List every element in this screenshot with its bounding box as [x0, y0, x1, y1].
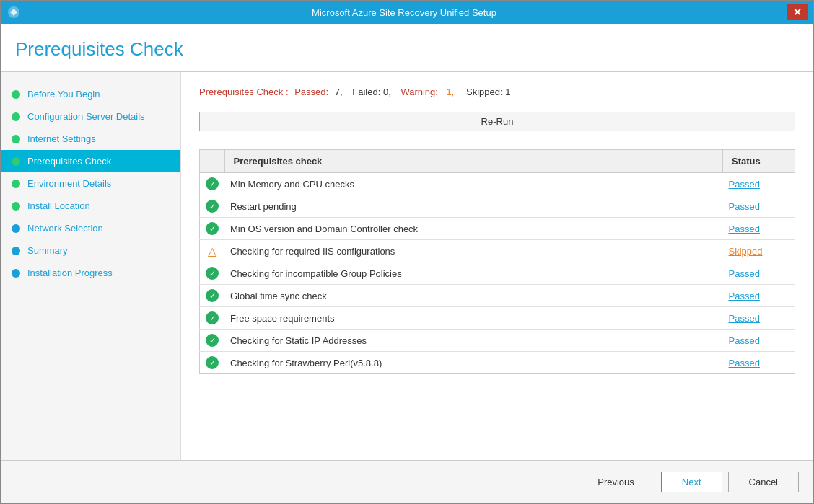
row-check-name: Restart pending — [224, 195, 723, 218]
sidebar-item-label: Environment Details — [27, 178, 111, 189]
app-icon — [6, 5, 21, 19]
table-row: ✓Free space requirementsPassed — [200, 307, 795, 330]
sidebar-item-5[interactable]: Install Location — [1, 195, 180, 217]
status-link[interactable]: Passed — [729, 268, 760, 279]
sidebar-dot — [12, 112, 20, 121]
table-row: ✓Min OS version and Domain Controller ch… — [200, 218, 795, 240]
row-status-cell: Skipped — [723, 240, 795, 262]
summary-label: Prerequisites Check : — [199, 87, 289, 97]
row-status-cell: Passed — [723, 195, 795, 218]
pass-icon: ✓ — [206, 222, 219, 235]
sidebar-item-label: Installation Progress — [27, 268, 113, 278]
passed-value: 7, — [335, 87, 343, 97]
sidebar-item-label: Internet Settings — [27, 133, 96, 144]
passed-label: Passed: — [294, 87, 328, 97]
row-check-name: Checking for incompatible Group Policies — [224, 262, 723, 285]
skipped-label: Skipped: 1 — [466, 87, 510, 97]
row-icon-cell: ✓ — [200, 307, 225, 330]
close-button[interactable]: ✕ — [787, 4, 808, 20]
sidebar: Before You BeginConfiguration Server Det… — [1, 72, 181, 460]
summary-line: Prerequisites Check : Passed: 7, Failed:… — [199, 87, 795, 97]
row-icon-cell: ✓ — [200, 285, 225, 307]
row-status-cell: Passed — [723, 218, 795, 240]
pass-icon: ✓ — [206, 334, 219, 347]
cancel-button[interactable]: Cancel — [728, 472, 799, 492]
footer: Previous Next Cancel — [1, 460, 813, 503]
table-row: ✓Checking for Static IP AddressesPassed — [200, 330, 795, 352]
status-link[interactable]: Passed — [729, 358, 760, 368]
sidebar-dot — [12, 90, 20, 99]
status-link[interactable]: Passed — [729, 291, 760, 301]
row-status-cell: Passed — [723, 285, 795, 307]
col-icon-header — [200, 150, 225, 173]
rerun-button[interactable]: Re-Run — [199, 112, 795, 131]
warn-icon: △ — [206, 244, 219, 257]
row-icon-cell: ✓ — [200, 352, 225, 374]
status-link[interactable]: Passed — [729, 313, 760, 324]
sidebar-dot — [12, 202, 20, 211]
row-status-cell: Passed — [723, 330, 795, 352]
main-window: Microsoft Azure Site Recovery Unified Se… — [0, 0, 814, 504]
pass-icon: ✓ — [206, 200, 219, 213]
sidebar-item-3[interactable]: Prerequisites Check — [1, 150, 180, 172]
sidebar-dot — [12, 180, 20, 188]
row-icon-cell: △ — [200, 240, 225, 262]
sidebar-item-label: Configuration Server Details — [27, 111, 145, 122]
table-row: ✓Min Memory and CPU checksPassed — [200, 173, 795, 195]
row-check-name: Checking for Strawberry Perl(v5.8.8) — [224, 352, 723, 374]
row-icon-cell: ✓ — [200, 173, 225, 195]
sidebar-dot — [12, 224, 20, 233]
col-check-header: Prerequisites check — [224, 150, 723, 173]
table-row: ✓Global time sync checkPassed — [200, 285, 795, 307]
row-check-name: Min OS version and Domain Controller che… — [224, 218, 723, 240]
sidebar-item-label: Summary — [27, 245, 68, 256]
sidebar-item-label: Install Location — [27, 200, 90, 211]
sidebar-item-7[interactable]: Summary — [1, 239, 180, 262]
sidebar-item-6[interactable]: Network Selection — [1, 217, 180, 239]
check-table: Prerequisites check Status ✓Min Memory a… — [199, 149, 795, 374]
warning-value: 1, — [447, 87, 455, 97]
page-header: Prerequisites Check — [1, 24, 813, 72]
row-check-name: Min Memory and CPU checks — [224, 173, 723, 195]
table-row: △Checking for required IIS configuration… — [200, 240, 795, 262]
failed-label: Failed: 0, — [352, 87, 390, 97]
window-title: Microsoft Azure Site Recovery Unified Se… — [21, 7, 787, 18]
status-link[interactable]: Passed — [729, 179, 760, 190]
row-check-name: Free space requirements — [224, 307, 723, 330]
sidebar-item-label: Network Selection — [27, 223, 103, 234]
row-icon-cell: ✓ — [200, 195, 225, 218]
table-row: ✓Restart pendingPassed — [200, 195, 795, 218]
title-bar: Microsoft Azure Site Recovery Unified Se… — [1, 1, 813, 24]
sidebar-dot — [12, 247, 20, 255]
row-check-name: Global time sync check — [224, 285, 723, 307]
pass-icon: ✓ — [206, 177, 219, 190]
sidebar-dot — [12, 157, 20, 166]
sidebar-item-label: Prerequisites Check — [27, 156, 111, 167]
sidebar-item-2[interactable]: Internet Settings — [1, 128, 180, 150]
pass-icon: ✓ — [206, 289, 219, 302]
content-area: Before You BeginConfiguration Server Det… — [1, 72, 813, 460]
status-link[interactable]: Passed — [729, 201, 760, 212]
row-icon-cell: ✓ — [200, 330, 225, 352]
row-icon-cell: ✓ — [200, 262, 225, 285]
status-link[interactable]: Skipped — [729, 246, 763, 257]
row-status-cell: Passed — [723, 262, 795, 285]
previous-button[interactable]: Previous — [577, 472, 655, 492]
warning-label: Warning: — [401, 87, 438, 97]
pass-icon: ✓ — [206, 311, 219, 324]
status-link[interactable]: Passed — [729, 224, 760, 234]
sidebar-item-0[interactable]: Before You Begin — [1, 83, 180, 105]
sidebar-item-1[interactable]: Configuration Server Details — [1, 105, 180, 128]
sidebar-item-8[interactable]: Installation Progress — [1, 262, 180, 284]
pass-icon: ✓ — [206, 267, 219, 280]
next-button[interactable]: Next — [661, 472, 722, 492]
pass-icon: ✓ — [206, 356, 219, 369]
sidebar-item-4[interactable]: Environment Details — [1, 172, 180, 195]
col-status-header: Status — [723, 150, 795, 173]
status-link[interactable]: Passed — [729, 335, 760, 346]
table-row: ✓Checking for incompatible Group Policie… — [200, 262, 795, 285]
sidebar-dot — [12, 135, 20, 143]
row-icon-cell: ✓ — [200, 218, 225, 240]
row-status-cell: Passed — [723, 173, 795, 195]
main-content: Prerequisites Check Before You BeginConf… — [1, 24, 813, 460]
